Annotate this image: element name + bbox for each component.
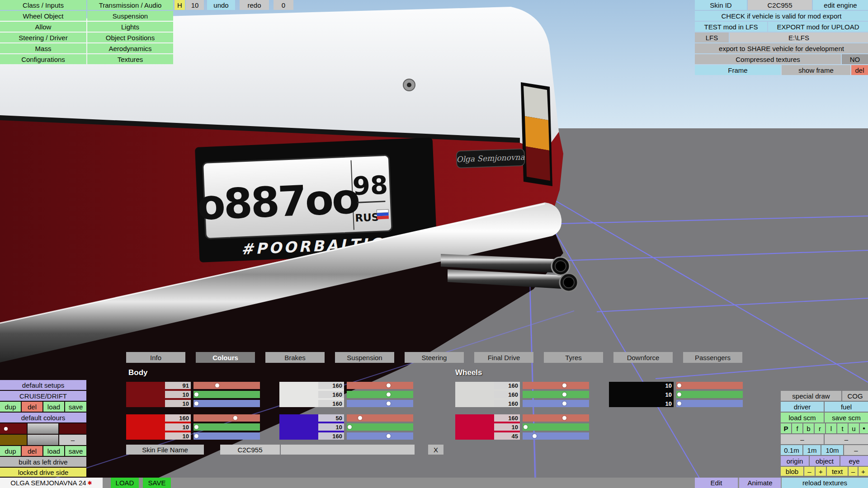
special-draw-button[interactable]: special draw bbox=[781, 391, 841, 401]
menu-suspension[interactable]: Suspension bbox=[87, 11, 173, 21]
edit-mode-button[interactable]: Edit bbox=[695, 478, 738, 488]
view-r-button[interactable]: r bbox=[815, 423, 825, 433]
menu-steering-driver[interactable]: Steering / Driver bbox=[0, 33, 86, 42]
save-scm-button[interactable]: save scm bbox=[825, 413, 868, 422]
colour-preset-2[interactable] bbox=[28, 423, 58, 434]
view-u-button[interactable]: u bbox=[849, 423, 859, 433]
green-slider[interactable] bbox=[193, 391, 260, 398]
skin-file-name-value[interactable]: C2C955 bbox=[220, 445, 280, 455]
load-vehicle-button[interactable]: LOAD bbox=[111, 478, 139, 488]
green-slider[interactable] bbox=[676, 391, 743, 398]
check-valid-button[interactable]: CHECK if vehicle is valid for mod export bbox=[695, 11, 868, 21]
blue-slider[interactable] bbox=[347, 400, 413, 407]
tab-passengers[interactable]: Passengers bbox=[683, 352, 742, 363]
green-slider[interactable] bbox=[523, 423, 589, 431]
red-slider[interactable] bbox=[347, 414, 413, 422]
text-plus-button[interactable]: + bbox=[859, 467, 868, 476]
green-slider[interactable] bbox=[347, 423, 413, 431]
history-toggle-button[interactable]: H bbox=[175, 0, 185, 10]
blue-slider[interactable] bbox=[523, 432, 589, 440]
share-export-button[interactable]: export to SHARE vehicle for development bbox=[695, 43, 868, 53]
setup-del-button[interactable]: del bbox=[22, 402, 42, 412]
colour-preset-3[interactable] bbox=[59, 423, 86, 434]
colour-preset-empty[interactable]: – bbox=[59, 435, 86, 445]
reload-textures-button[interactable]: reload textures bbox=[782, 478, 868, 488]
green-slider[interactable] bbox=[523, 391, 589, 398]
load-scm-button[interactable]: load scm bbox=[781, 413, 824, 422]
colours-load-button[interactable]: load bbox=[43, 446, 64, 456]
origin-button[interactable]: origin bbox=[781, 456, 809, 466]
blue-slider[interactable] bbox=[523, 400, 589, 407]
default-setups-button[interactable]: default setups bbox=[0, 380, 86, 390]
red-slider[interactable] bbox=[347, 382, 413, 389]
view-t-button[interactable]: t bbox=[837, 423, 848, 433]
text-minus-button[interactable]: – bbox=[849, 467, 858, 476]
setup-name-button[interactable]: CRUISE/DRIFT bbox=[0, 391, 86, 401]
tab-tyres[interactable]: Tyres bbox=[544, 352, 603, 363]
test-mod-button[interactable]: TEST mod in LFS bbox=[695, 22, 767, 32]
colour-preset-4[interactable] bbox=[0, 435, 27, 445]
compressed-textures-toggle[interactable]: NO bbox=[842, 54, 868, 64]
red-slider[interactable] bbox=[676, 382, 743, 389]
blue-slider[interactable] bbox=[347, 432, 413, 440]
blob-button[interactable]: blob bbox=[781, 467, 803, 476]
menu-allow[interactable]: Allow bbox=[0, 22, 86, 32]
cog-button[interactable]: COG bbox=[842, 391, 868, 401]
lfs-button[interactable]: LFS bbox=[695, 33, 729, 42]
skin-file-clear-button[interactable]: X bbox=[428, 445, 443, 455]
blank-option-right[interactable]: – bbox=[825, 434, 868, 444]
object-button[interactable]: object bbox=[810, 456, 840, 466]
grid-0-1m-button[interactable]: 0.1m bbox=[781, 445, 802, 455]
fuel-button[interactable]: fuel bbox=[825, 402, 868, 412]
menu-transmission-audio[interactable]: Transmission / Audio bbox=[87, 0, 173, 10]
redo-button[interactable]: redo bbox=[240, 0, 269, 10]
show-frame-button[interactable]: show frame bbox=[782, 65, 850, 75]
blank-option-left[interactable]: – bbox=[781, 434, 824, 444]
setup-save-button[interactable]: save bbox=[65, 402, 86, 412]
default-colours-button[interactable]: default colours bbox=[0, 413, 86, 422]
red-slider[interactable] bbox=[193, 414, 260, 422]
tab-suspension[interactable]: Suspension bbox=[335, 352, 394, 363]
export-upload-button[interactable]: EXPORT mod for UPLOAD bbox=[768, 22, 868, 32]
colours-dup-button[interactable]: dup bbox=[0, 446, 21, 456]
grid-none-button[interactable]: – bbox=[844, 445, 868, 455]
colours-del-button[interactable]: del bbox=[22, 446, 42, 456]
view-l-button[interactable]: l bbox=[826, 423, 836, 433]
colours-save-button[interactable]: save bbox=[65, 446, 86, 456]
skin-file-name-input[interactable] bbox=[281, 445, 415, 455]
colour-preset-1[interactable] bbox=[0, 423, 27, 434]
driver-button[interactable]: driver bbox=[781, 402, 824, 412]
eye-button[interactable]: eye bbox=[840, 456, 868, 466]
blue-slider[interactable] bbox=[676, 400, 743, 407]
red-slider[interactable] bbox=[523, 414, 589, 422]
view-p-button[interactable]: P bbox=[781, 423, 791, 433]
view-dot-button[interactable]: ● bbox=[860, 423, 868, 433]
vehicle-name-button[interactable]: OLGA SEMJONAVNA 24 ✱ bbox=[0, 478, 103, 488]
blue-slider[interactable] bbox=[193, 432, 260, 440]
menu-wheel-object[interactable]: Wheel Object bbox=[0, 11, 86, 21]
menu-configurations[interactable]: Configurations bbox=[0, 54, 86, 64]
animate-mode-button[interactable]: Animate bbox=[739, 478, 781, 488]
frame-button[interactable]: Frame bbox=[695, 65, 781, 75]
text-button[interactable]: text bbox=[827, 467, 848, 476]
tab-final-drive[interactable]: Final Drive bbox=[474, 352, 533, 363]
setup-load-button[interactable]: load bbox=[43, 402, 64, 412]
tab-info[interactable]: Info bbox=[126, 352, 185, 363]
menu-lights[interactable]: Lights bbox=[87, 22, 173, 32]
tab-steering[interactable]: Steering bbox=[405, 352, 464, 363]
setup-dup-button[interactable]: dup bbox=[0, 402, 21, 412]
frame-del-button[interactable]: del bbox=[851, 65, 868, 75]
green-slider[interactable] bbox=[347, 391, 413, 398]
edit-engine-button[interactable]: edit engine bbox=[813, 0, 868, 10]
green-slider[interactable] bbox=[193, 423, 260, 431]
tab-brakes[interactable]: Brakes bbox=[265, 352, 325, 363]
menu-mass[interactable]: Mass bbox=[0, 43, 86, 53]
menu-object-positions[interactable]: Object Positions bbox=[87, 33, 173, 42]
skin-id-value[interactable]: C2C955 bbox=[748, 0, 812, 10]
menu-class-inputs[interactable]: Class / Inputs bbox=[0, 0, 86, 10]
blob-plus-button[interactable]: + bbox=[816, 467, 826, 476]
menu-textures[interactable]: Textures bbox=[87, 54, 173, 64]
tab-downforce[interactable]: Downforce bbox=[613, 352, 673, 363]
view-b-button[interactable]: b bbox=[803, 423, 814, 433]
blue-slider[interactable] bbox=[193, 400, 260, 407]
